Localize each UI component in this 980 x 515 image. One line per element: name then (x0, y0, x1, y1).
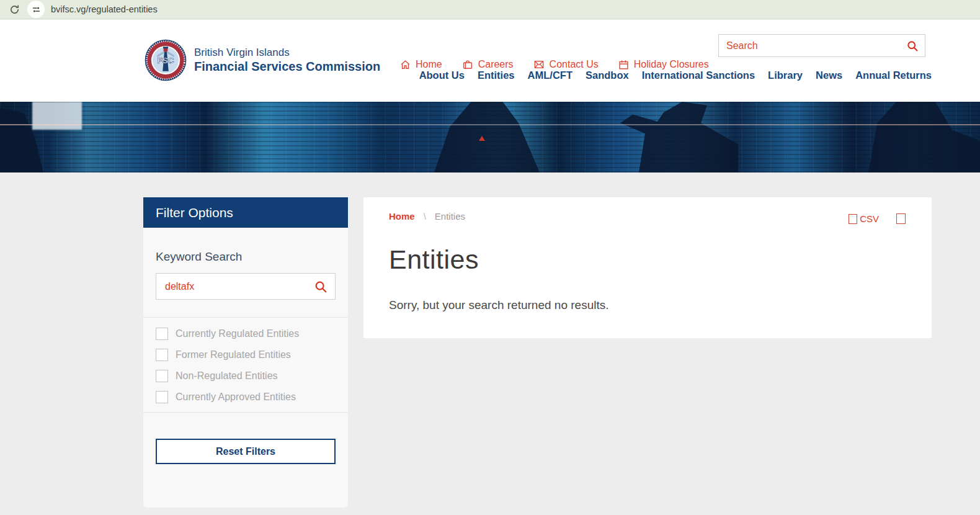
checkbox-currently-regulated-entities[interactable] (156, 328, 168, 340)
filter-former-regulated-entities[interactable]: Former Regulated Entities (156, 349, 336, 361)
utility-nav-label: Contact Us (550, 59, 599, 70)
nav-aml-cft[interactable]: AML/CFT (528, 69, 572, 81)
logo-wordmark: British Virgin Islands Financial Service… (194, 47, 380, 74)
reload-icon[interactable] (5, 0, 24, 19)
no-results-message: Sorry, but your search returned no resul… (389, 298, 608, 312)
utility-nav-label: Home (416, 59, 442, 70)
envelope-icon (533, 60, 545, 69)
briefcase-icon (462, 60, 473, 70)
filter-panel: Filter Options Keyword Search Currently … (143, 197, 348, 508)
checkbox-label: Former Regulated Entities (176, 349, 291, 361)
site-header: FSC British Virgin Islands Financial Ser… (0, 20, 980, 102)
nav-international-sanctions[interactable]: International Sanctions (642, 69, 755, 81)
utility-nav: Home Careers Contact Us Holiday Closures (400, 59, 709, 70)
banner-red-marker (479, 136, 485, 141)
search-icon[interactable] (906, 40, 919, 52)
svg-text:FSC: FSC (157, 56, 174, 65)
home-icon (400, 60, 411, 70)
keyword-search-icon[interactable] (314, 280, 327, 293)
csv-label: CSV (860, 213, 879, 224)
export-csv-button[interactable]: CSV (849, 213, 879, 224)
banner-silhouette (868, 102, 980, 172)
banner-silhouette (434, 102, 540, 172)
utility-nav-contact-us[interactable]: Contact Us (533, 59, 599, 70)
breadcrumb-separator: \ (424, 211, 426, 222)
checkbox-label: Currently Regulated Entities (176, 328, 299, 339)
nav-annual-returns[interactable]: Annual Returns (855, 69, 932, 81)
url-bar[interactable]: bvifsc.vg/regulated-entities (51, 4, 158, 14)
logo-line2: Financial Services Commission (194, 60, 380, 74)
header-search-input[interactable] (719, 40, 906, 52)
utility-nav-label: Careers (478, 59, 514, 70)
calendar-icon (618, 60, 629, 70)
filter-currently-approved-entities[interactable]: Currently Approved Entities (156, 391, 336, 403)
utility-nav-home[interactable]: Home (400, 59, 442, 70)
nav-entities[interactable]: Entities (478, 69, 515, 81)
keyword-search-label: Keyword Search (156, 250, 336, 264)
checkbox-non-regulated-entities[interactable] (156, 370, 168, 382)
nav-news[interactable]: News (816, 69, 842, 81)
utility-nav-careers[interactable]: Careers (462, 59, 514, 70)
main-nav: About Us Entities AML/CFT Sandbox Intern… (419, 69, 932, 81)
checkbox-label: Currently Approved Entities (176, 392, 296, 403)
utility-nav-holiday-closures[interactable]: Holiday Closures (618, 59, 709, 70)
site-info-icon[interactable] (27, 1, 45, 18)
breadcrumb: Home \ Entities (389, 211, 465, 222)
print-icon[interactable] (896, 213, 906, 224)
header-search-box (718, 34, 925, 57)
banner-rail-line (0, 124, 980, 125)
fsc-seal-icon: FSC (145, 39, 187, 81)
breadcrumb-current: Entities (435, 211, 465, 222)
keyword-search-box (156, 273, 336, 300)
checkbox-former-regulated-entities[interactable] (156, 349, 168, 361)
entity-type-filter-list: Currently Regulated Entities Former Regu… (143, 318, 348, 403)
page-title: Entities (389, 244, 479, 275)
fsc-logo[interactable]: FSC British Virgin Islands Financial Ser… (145, 39, 380, 81)
filter-non-regulated-entities[interactable]: Non-Regulated Entities (156, 370, 336, 382)
banner-sky-patch (32, 102, 82, 130)
breadcrumb-home-link[interactable]: Home (389, 211, 415, 222)
nav-sandbox[interactable]: Sandbox (586, 69, 629, 81)
filter-panel-title: Filter Options (143, 197, 348, 228)
csv-file-icon (849, 214, 857, 224)
nav-library[interactable]: Library (768, 69, 803, 81)
export-tools: CSV (849, 213, 906, 224)
keyword-search-input[interactable] (156, 281, 314, 292)
hero-banner-image (0, 102, 980, 172)
checkbox-currently-approved-entities[interactable] (156, 391, 168, 403)
reset-filters-button[interactable]: Reset Filters (156, 439, 336, 464)
filter-currently-regulated-entities[interactable]: Currently Regulated Entities (156, 328, 336, 340)
nav-about-us[interactable]: About Us (419, 69, 465, 81)
banner-silhouette (614, 102, 738, 172)
browser-toolbar: bvifsc.vg/regulated-entities (0, 0, 980, 19)
checkbox-label: Non-Regulated Entities (176, 370, 278, 382)
logo-line1: British Virgin Islands (194, 47, 380, 59)
content-card: Home \ Entities CSV Entities Sorry, but … (363, 197, 932, 338)
utility-nav-label: Holiday Closures (634, 59, 709, 70)
